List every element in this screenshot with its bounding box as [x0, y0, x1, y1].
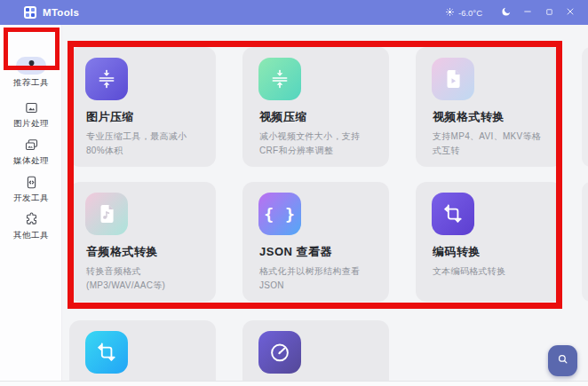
card-encoding-convert[interactable]: 编码转换 文本编码格式转换	[416, 182, 562, 302]
sidebar-item-label: 图片处理	[0, 118, 62, 130]
weather-widget: -6.0°C	[445, 4, 482, 20]
card-audio-format-convert[interactable]: 音频格式转换 转换音频格式(MP3/WAV/AAC等)	[69, 182, 216, 302]
sidebar: 推荐工具 图片处理 媒体处理 开发工具 其他工具	[0, 25, 62, 386]
sidebar-item-dev-tools[interactable]: 开发工具	[0, 174, 62, 204]
card-title: 视频格式转换	[433, 109, 505, 125]
maximize-icon	[544, 4, 554, 20]
window-bottom-edge	[0, 381, 588, 386]
sidebar-item-label: 其他工具	[0, 230, 62, 241]
sidebar-item-other-tools[interactable]: 其他工具	[0, 211, 62, 241]
card-title: 音频格式转换	[86, 244, 158, 260]
theme-toggle-button[interactable]	[496, 0, 517, 25]
card-sliver	[582, 47, 588, 167]
active-pill	[16, 57, 46, 75]
sidebar-item-label: 推荐工具	[0, 77, 62, 89]
card-title: 图片压缩	[86, 109, 134, 125]
braces-icon: { }	[258, 193, 301, 235]
temperature-label: -6.0°C	[458, 8, 482, 18]
puzzle-icon	[0, 211, 62, 227]
crop-icon	[432, 193, 474, 235]
minimize-icon	[522, 4, 533, 20]
search-icon	[556, 352, 569, 369]
close-icon	[565, 4, 576, 20]
card-desc: 格式化并以树形结构查看 JSON	[259, 264, 377, 292]
card-video-format-convert[interactable]: 视频格式转换 支持MP4、AVI、MKV等格式互转	[416, 47, 562, 167]
crop-icon	[85, 331, 128, 374]
lightbulb-icon	[26, 58, 37, 74]
compress-icon	[85, 58, 128, 100]
card-desc: 支持MP4、AVI、MKV等格式互转	[433, 130, 550, 157]
image-icon	[0, 99, 62, 115]
card-partial-gauge-tool[interactable]	[242, 320, 389, 386]
moon-icon	[501, 4, 512, 20]
sidebar-item-media-processing[interactable]: 媒体处理	[0, 137, 62, 167]
card-title: 编码转换	[433, 244, 481, 260]
gauge-icon	[258, 331, 301, 374]
dev-phone-icon	[0, 174, 62, 190]
card-title: JSON 查看器	[259, 244, 332, 260]
sidebar-item-recommended-tools[interactable]: 推荐工具	[0, 57, 62, 89]
card-partial-crop-tool[interactable]	[69, 320, 216, 386]
close-button[interactable]	[560, 0, 581, 25]
minimize-button[interactable]	[517, 0, 538, 25]
file-video-icon	[432, 58, 474, 100]
card-desc: 减小视频文件大小，支持CRF和分辨率调整	[259, 130, 377, 157]
sidebar-item-label: 媒体处理	[0, 155, 62, 167]
sun-icon	[445, 4, 455, 20]
card-video-compress[interactable]: 视频压缩 减小视频文件大小，支持CRF和分辨率调整	[242, 47, 389, 167]
card-json-viewer[interactable]: { } JSON 查看器 格式化并以树形结构查看 JSON	[242, 182, 389, 302]
compress-icon	[258, 58, 301, 100]
sidebar-item-image-processing[interactable]: 图片处理	[0, 99, 62, 130]
card-title: 视频压缩	[259, 109, 307, 125]
card-desc: 专业压缩工具，最高减小80%体积	[86, 130, 203, 157]
app-logo-icon	[24, 6, 36, 19]
card-sliver	[582, 182, 588, 302]
sidebar-item-label: 开发工具	[0, 193, 62, 204]
photos-icon	[0, 137, 62, 153]
titlebar: MTools -6.0°C	[0, 0, 588, 25]
card-desc: 文本编码格式转换	[433, 264, 550, 279]
maximize-button[interactable]	[538, 0, 560, 25]
card-desc: 转换音频格式(MP3/WAV/AAC等)	[86, 264, 203, 292]
file-audio-icon	[85, 193, 128, 235]
search-fab-button[interactable]	[548, 345, 577, 376]
app-title: MTools	[43, 7, 79, 18]
card-image-compress[interactable]: 图片压缩 专业压缩工具，最高减小80%体积	[69, 47, 216, 167]
